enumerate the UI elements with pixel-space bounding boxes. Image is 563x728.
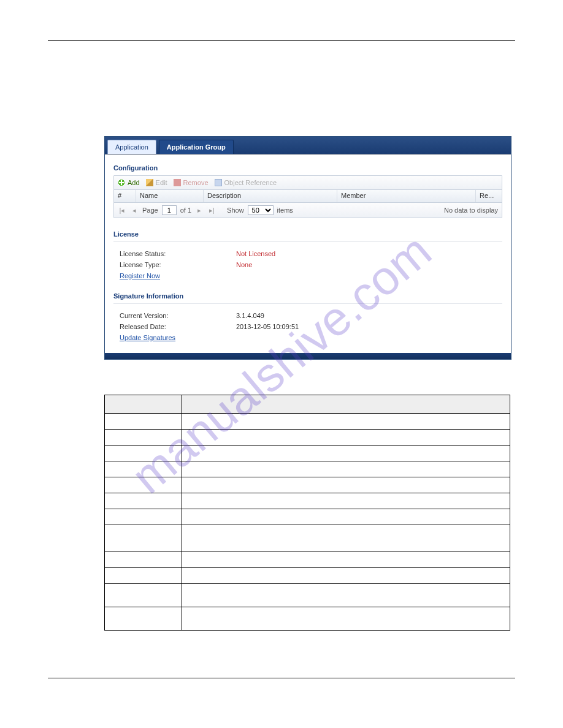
next-page-icon: ▸ [195, 206, 204, 214]
col-index[interactable]: # [114, 190, 136, 202]
released-value: 2013-12-05 10:09:51 [236, 323, 299, 330]
released-row: Released Date: 2013-12-05 10:09:51 [113, 321, 502, 332]
edit-button: Edit [146, 179, 167, 186]
tab-application[interactable]: Application [107, 140, 156, 154]
grid-toolbar: Add Edit Remove Object Reference [114, 176, 502, 190]
col-re[interactable]: Re... [476, 190, 502, 202]
grid-header: # Name Description Member Re... [114, 190, 502, 203]
tab-bar: Application Application Group [105, 137, 511, 154]
license-type-row: License Type: None [113, 259, 502, 270]
last-page-icon: ▸| [207, 206, 216, 214]
object-reference-label: Object Reference [224, 179, 277, 186]
register-now-link[interactable]: Register Now [113, 270, 160, 281]
top-rule [48, 40, 515, 41]
desc-th-label [105, 395, 182, 414]
col-member[interactable]: Member [337, 190, 476, 202]
add-label: Add [128, 179, 140, 186]
items-label: items [277, 207, 293, 214]
remove-button: Remove [174, 179, 209, 186]
version-value: 3.1.4.049 [236, 312, 264, 319]
section-configuration: Configuration [113, 164, 502, 172]
col-name[interactable]: Name [136, 190, 204, 202]
section-signature: Signature Information [113, 292, 502, 300]
pager: |◂ ◂ Page of 1 ▸ ▸| Show 50 items No dat… [114, 203, 502, 218]
edit-icon [146, 179, 153, 186]
col-description[interactable]: Description [204, 190, 337, 202]
license-status-row: License Status: Not Licensed [113, 248, 502, 259]
bottom-rule [48, 678, 515, 678]
first-page-icon: |◂ [118, 206, 126, 214]
empty-text: No data to display [444, 207, 498, 214]
add-icon [118, 179, 125, 186]
page-label: Page [142, 207, 158, 214]
add-button[interactable]: Add [118, 179, 140, 186]
desc-th-desc [182, 395, 510, 414]
version-label: Current Version: [120, 312, 236, 319]
license-type-value: None [236, 261, 252, 268]
released-label: Released Date: [120, 323, 236, 330]
license-type-label: License Type: [120, 261, 236, 268]
description-table [104, 395, 510, 631]
app-body: Configuration Add Edit Remove [105, 154, 511, 353]
page-size-select[interactable]: 50 [248, 205, 274, 215]
license-separator [113, 241, 502, 242]
remove-label: Remove [183, 179, 209, 186]
tab-application-group[interactable]: Application Group [159, 140, 234, 154]
page-of-label: of 1 [180, 207, 191, 214]
prev-page-icon: ◂ [130, 206, 139, 214]
license-status-value: Not Licensed [236, 250, 275, 257]
license-status-label: License Status: [120, 250, 236, 257]
object-reference-button: Object Reference [215, 179, 277, 186]
edit-label: Edit [156, 179, 167, 186]
trash-icon [174, 179, 181, 186]
config-grid: Add Edit Remove Object Reference [113, 175, 502, 218]
app-footer [105, 353, 511, 359]
page-input[interactable] [162, 205, 177, 215]
version-row: Current Version: 3.1.4.049 [113, 310, 502, 321]
update-signatures-link[interactable]: Update Signatures [113, 332, 175, 343]
signature-separator [113, 303, 502, 304]
section-license: License [113, 230, 502, 238]
show-label: Show [227, 207, 244, 214]
object-icon [215, 179, 222, 186]
app-window: Application Application Group Configurat… [104, 136, 511, 360]
